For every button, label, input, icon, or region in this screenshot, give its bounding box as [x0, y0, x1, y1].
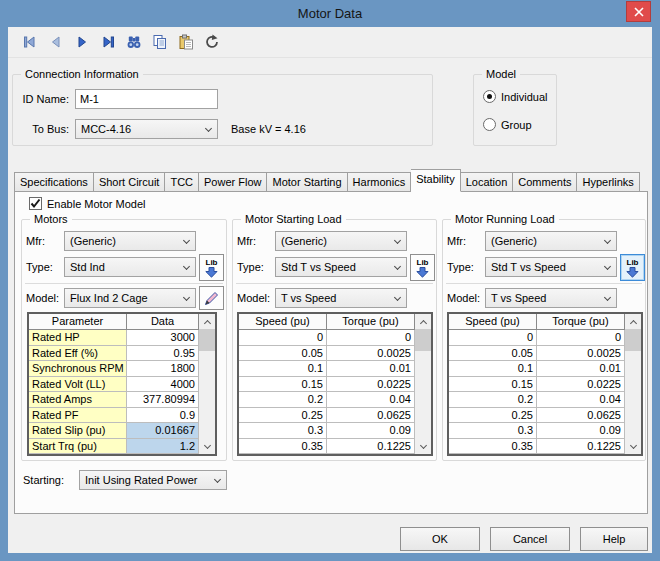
table-row[interactable]: 0.350.1225: [449, 439, 641, 455]
parameter-cell[interactable]: Rated Amps: [29, 392, 127, 408]
table-row[interactable]: 0.30.09: [449, 423, 641, 439]
table-row[interactable]: Rated PF0.9: [29, 408, 215, 424]
scroll-down-button[interactable]: [199, 439, 215, 454]
torque-cell[interactable]: 0.0225: [537, 377, 625, 393]
speed-cell[interactable]: 0.25: [449, 408, 537, 424]
data-cell[interactable]: 0.95: [127, 346, 199, 362]
scroll-up-button[interactable]: [415, 314, 431, 329]
torque-cell[interactable]: 0.0025: [327, 346, 415, 362]
torque-cell[interactable]: 0.09: [537, 423, 625, 439]
data-cell[interactable]: 4000: [127, 377, 199, 393]
tab-stability[interactable]: Stability: [411, 169, 461, 192]
table-row[interactable]: 0.250.0625: [239, 408, 431, 424]
speed-cell[interactable]: 0.1: [239, 361, 327, 377]
parameter-cell[interactable]: Rated PF: [29, 408, 127, 424]
table-row[interactable]: 0.250.0625: [449, 408, 641, 424]
nav-first-button[interactable]: [20, 33, 39, 52]
table-row[interactable]: Rated Amps377.80994: [29, 392, 215, 408]
tab-power-flow[interactable]: Power Flow: [199, 172, 267, 192]
torque-cell[interactable]: 0.0225: [327, 377, 415, 393]
table-row[interactable]: 00: [239, 330, 431, 346]
data-cell[interactable]: 0.9: [127, 408, 199, 424]
tab-harmonics[interactable]: Harmonics: [348, 172, 412, 192]
torque-cell[interactable]: 0.0625: [327, 408, 415, 424]
running-load-mfr-select[interactable]: (Generic): [485, 231, 617, 251]
speed-cell[interactable]: 0.35: [449, 439, 537, 455]
enable-motor-model-checkbox[interactable]: Enable Motor Model: [29, 197, 145, 210]
cancel-button[interactable]: Cancel: [490, 527, 570, 551]
find-button[interactable]: [124, 33, 143, 52]
vertical-scrollbar[interactable]: [625, 314, 641, 454]
speed-cell[interactable]: 0.3: [449, 423, 537, 439]
torque-cell[interactable]: 0.1225: [327, 439, 415, 455]
speed-cell[interactable]: 0.05: [449, 346, 537, 362]
parameter-cell[interactable]: Rated HP: [29, 330, 127, 346]
parameter-cell[interactable]: Rated Slip (pu): [29, 423, 127, 439]
scrollbar-thumb[interactable]: [199, 329, 215, 351]
scroll-down-button[interactable]: [625, 439, 641, 454]
data-cell[interactable]: 0.01667: [127, 423, 199, 439]
torque-cell[interactable]: 0.09: [327, 423, 415, 439]
table-row[interactable]: Rated Eff (%)0.95: [29, 346, 215, 362]
scroll-up-button[interactable]: [625, 314, 641, 329]
table-row[interactable]: 00: [449, 330, 641, 346]
table-row[interactable]: 0.10.01: [449, 361, 641, 377]
scrollbar-thumb[interactable]: [625, 329, 641, 351]
running-load-type-select[interactable]: Std T vs Speed: [485, 257, 617, 277]
speed-cell[interactable]: 0.3: [239, 423, 327, 439]
table-row[interactable]: 0.050.0025: [449, 346, 641, 362]
table-row[interactable]: Rated Slip (pu)0.01667: [29, 423, 215, 439]
torque-cell[interactable]: 0.01: [327, 361, 415, 377]
speed-cell[interactable]: 0.2: [449, 392, 537, 408]
data-cell[interactable]: 1.2: [127, 439, 199, 455]
nav-last-button[interactable]: [98, 33, 117, 52]
close-button[interactable]: [626, 1, 651, 22]
tab-motor-starting[interactable]: Motor Starting: [267, 172, 347, 192]
table-row[interactable]: Rated Volt (LL)4000: [29, 377, 215, 393]
tab-hyperlinks[interactable]: Hyperlinks: [577, 172, 639, 192]
speed-cell[interactable]: 0.1: [449, 361, 537, 377]
speed-cell[interactable]: 0.15: [239, 377, 327, 393]
tab-short-circuit[interactable]: Short Circuit: [94, 172, 166, 192]
column-header[interactable]: Speed (pu): [449, 314, 537, 330]
torque-cell[interactable]: 0: [327, 330, 415, 346]
speed-cell[interactable]: 0.25: [239, 408, 327, 424]
group-radio[interactable]: Group: [483, 118, 532, 131]
speed-cell[interactable]: 0: [239, 330, 327, 346]
data-cell[interactable]: 3000: [127, 330, 199, 346]
tab-comments[interactable]: Comments: [513, 172, 577, 192]
data-cell[interactable]: 1800: [127, 361, 199, 377]
table-row[interactable]: Synchronous RPM1800: [29, 361, 215, 377]
to-bus-select[interactable]: MCC-4.16: [75, 119, 218, 139]
parameter-cell[interactable]: Rated Volt (LL): [29, 377, 127, 393]
column-header[interactable]: Data: [127, 314, 199, 330]
parameter-cell[interactable]: Rated Eff (%): [29, 346, 127, 362]
torque-cell[interactable]: 0.0025: [537, 346, 625, 362]
speed-cell[interactable]: 0.15: [449, 377, 537, 393]
running-load-library-button[interactable]: Lib: [620, 254, 645, 281]
table-row[interactable]: Start Trq (pu)1.2: [29, 439, 215, 455]
nav-next-button[interactable]: [72, 33, 91, 52]
scroll-up-button[interactable]: [199, 314, 215, 329]
speed-cell[interactable]: 0: [449, 330, 537, 346]
table-row[interactable]: Rated HP3000: [29, 330, 215, 346]
starting-load-model-select[interactable]: T vs Speed: [275, 288, 407, 308]
data-cell[interactable]: 377.80994: [127, 392, 199, 408]
paste-button[interactable]: [176, 33, 195, 52]
table-row[interactable]: 0.050.0025: [239, 346, 431, 362]
column-header[interactable]: Torque (pu): [327, 314, 415, 330]
motors-library-button[interactable]: Lib: [199, 254, 224, 281]
speed-cell[interactable]: 0.05: [239, 346, 327, 362]
table-row[interactable]: 0.30.09: [239, 423, 431, 439]
table-row[interactable]: 0.350.1225: [239, 439, 431, 455]
motors-mfr-select[interactable]: (Generic): [64, 231, 196, 251]
column-header[interactable]: Torque (pu): [537, 314, 625, 330]
parameter-cell[interactable]: Start Trq (pu): [29, 439, 127, 455]
speed-cell[interactable]: 0.2: [239, 392, 327, 408]
running-load-model-select[interactable]: T vs Speed: [485, 288, 617, 308]
torque-cell[interactable]: 0.04: [327, 392, 415, 408]
parameter-cell[interactable]: Synchronous RPM: [29, 361, 127, 377]
title-bar[interactable]: Motor Data: [0, 0, 660, 27]
individual-radio[interactable]: Individual: [483, 90, 547, 103]
vertical-scrollbar[interactable]: [415, 314, 431, 454]
